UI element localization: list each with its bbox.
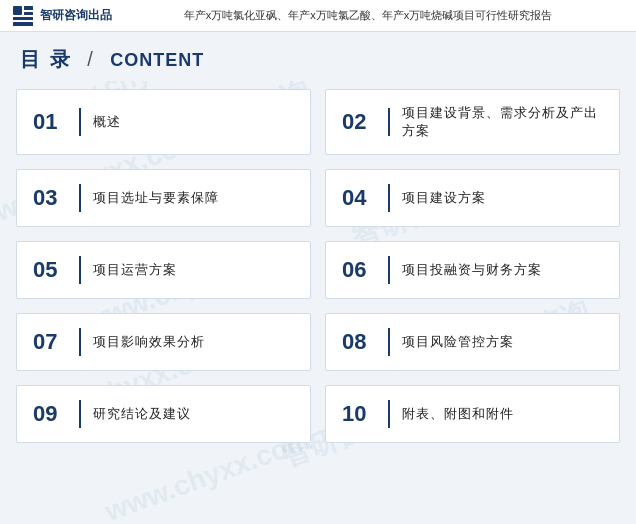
svg-rect-3 [13,17,33,20]
card-number-04: 04 [342,185,376,211]
card-divider-04 [388,184,390,212]
card-09: 09 研究结论及建议 [16,385,311,443]
header: 智研咨询出品 年产x万吨氯化亚砜、年产x万吨氯乙酸、年产x万吨烧碱项目可行性研究… [0,0,636,32]
card-label-07: 项目影响效果分析 [93,333,205,351]
card-divider-01 [79,108,81,136]
logo-icon [12,5,34,27]
page-title: 目 录 / CONTENT [20,46,616,73]
card-label-01: 概述 [93,113,121,131]
card-label-10: 附表、附图和附件 [402,405,514,423]
svg-rect-2 [24,12,33,15]
card-number-03: 03 [33,185,67,211]
card-label-05: 项目运营方案 [93,261,177,279]
card-number-01: 01 [33,109,67,135]
card-07: 07 项目影响效果分析 [16,313,311,371]
card-label-04: 项目建设方案 [402,189,486,207]
card-01: 01 概述 [16,89,311,155]
svg-rect-0 [13,6,22,15]
card-label-09: 研究结论及建议 [93,405,191,423]
cards-grid: 01 概述 02 项目建设背景、需求分析及产出方案 03 项目选址与要素保障 0… [0,81,636,459]
card-label-06: 项目投融资与财务方案 [402,261,542,279]
card-number-02: 02 [342,109,376,135]
card-number-09: 09 [33,401,67,427]
card-divider-08 [388,328,390,356]
card-03: 03 项目选址与要素保障 [16,169,311,227]
card-divider-02 [388,108,390,136]
card-divider-10 [388,400,390,428]
card-05: 05 项目运营方案 [16,241,311,299]
card-divider-07 [79,328,81,356]
card-08: 08 项目风险管控方案 [325,313,620,371]
card-divider-06 [388,256,390,284]
card-number-06: 06 [342,257,376,283]
logo-name: 智研咨询出品 [40,7,112,24]
card-divider-03 [79,184,81,212]
card-label-08: 项目风险管控方案 [402,333,514,351]
svg-rect-4 [13,22,33,26]
card-label-03: 项目选址与要素保障 [93,189,219,207]
card-divider-09 [79,400,81,428]
card-02: 02 项目建设背景、需求分析及产出方案 [325,89,620,155]
card-label-02: 项目建设背景、需求分析及产出方案 [402,104,603,140]
card-04: 04 项目建设方案 [325,169,620,227]
card-number-07: 07 [33,329,67,355]
header-title: 年产x万吨氯化亚砜、年产x万吨氯乙酸、年产x万吨烧碱项目可行性研究报告 [112,8,624,23]
page-title-separator: / [87,48,95,70]
card-number-05: 05 [33,257,67,283]
page-title-zh: 目 录 [20,48,72,70]
card-10: 10 附表、附图和附件 [325,385,620,443]
card-number-08: 08 [342,329,376,355]
svg-rect-1 [24,6,33,10]
card-divider-05 [79,256,81,284]
title-section: 目 录 / CONTENT [0,32,636,81]
logo-area: 智研咨询出品 [12,5,112,27]
card-06: 06 项目投融资与财务方案 [325,241,620,299]
card-number-10: 10 [342,401,376,427]
page-title-en: CONTENT [110,50,204,70]
